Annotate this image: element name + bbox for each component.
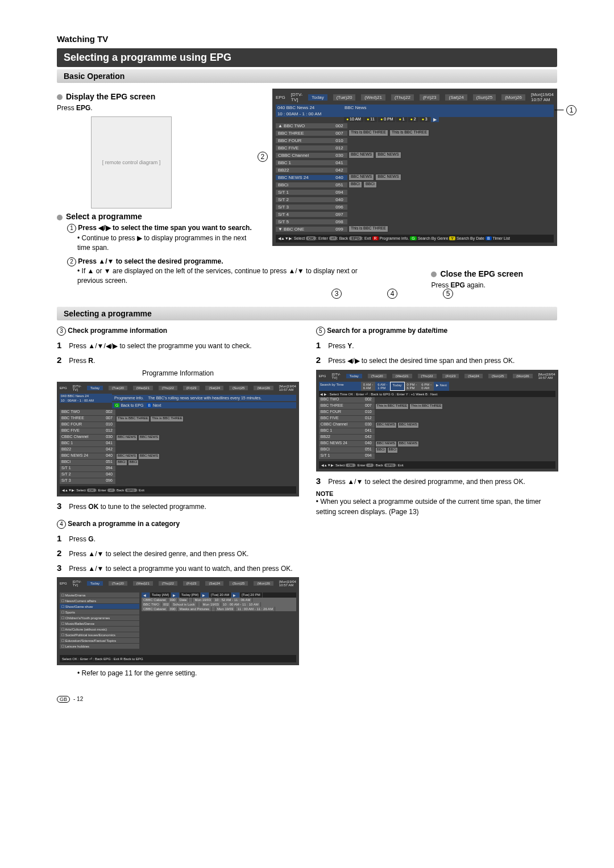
- genre-item[interactable]: ☐ Music/Ballet/Dance: [60, 621, 139, 626]
- note-label: NOTE: [316, 490, 558, 497]
- prog-info-caption: Programme Information: [57, 369, 299, 378]
- epg-channel-row[interactable]: BBC FOUR010: [276, 137, 554, 144]
- callout-2: 2: [258, 151, 268, 162]
- day-tab[interactable]: (Sat)24: [445, 94, 467, 101]
- display-epg-heading: Display the EPG screen: [57, 92, 261, 101]
- sec4-step1: 1 Press G.: [57, 532, 299, 545]
- day-tab[interactable]: Today: [308, 94, 327, 101]
- day-tab[interactable]: (Fri)23: [420, 94, 440, 101]
- close-epg-heading: Close the EPG screen: [431, 269, 523, 278]
- epg-channel-row[interactable]: CBBC Channel030BBC NEWSBBC NEWS: [276, 152, 554, 158]
- note-body: • When you select a programme outside of…: [316, 497, 558, 517]
- epg-channel-row[interactable]: S/T 2040: [276, 196, 554, 203]
- epg-help-bar: ◀▲▼▶: Select OK: Enter ⏎: Back EPG: Exit…: [276, 235, 554, 243]
- section-title: Watching TV: [57, 34, 557, 44]
- epg-programme-info-screen: EPG[DTV-TV] Today (Tue)20 (Wed)21 (Thu)2…: [57, 382, 299, 496]
- day-tab[interactable]: (Mon)26: [501, 94, 525, 101]
- remote-illustration: [ remote control diagram ]: [91, 116, 172, 208]
- select-programme-heading: Select a programme: [57, 212, 261, 221]
- step-1: 1 Press ◀/▶ to select the time span you …: [67, 223, 261, 233]
- epg-channel-row[interactable]: BB22042: [276, 166, 554, 173]
- selecting-programme-bar: Selecting a programme: [57, 307, 557, 320]
- epg-channel-row[interactable]: S/T 3096: [276, 203, 554, 210]
- genre-item[interactable]: ☐ Leisure hobbies: [60, 644, 139, 649]
- genre-item[interactable]: ☐ News/Current affairs: [60, 598, 139, 603]
- basic-operation-bar: Basic Operation: [57, 69, 557, 83]
- day-tab[interactable]: (Wed)21: [361, 94, 385, 101]
- step-2-bullet: • If ▲ or ▼ are displayed on the left of…: [77, 266, 373, 286]
- close-epg-body: Press EPG again.: [431, 281, 523, 290]
- epg-channel-row[interactable]: ▼ BBC ONE099This is BBC THREE: [276, 226, 554, 232]
- sec4-step3: 3 Press ▲/▼ to select a programme you wa…: [57, 562, 299, 574]
- sec3-heading: 3 Check programme information: [57, 326, 299, 336]
- step-2: 2 Press ▲/▼ to select the desired progra…: [67, 257, 261, 266]
- epg-channel-row[interactable]: S/T 1094: [276, 189, 554, 195]
- epg-genre-screen: EPG[DTV-TV] Today (Tue)20 (Wed)21 (Thu)2…: [57, 577, 299, 665]
- genre-item[interactable]: ☐ Arts/Culture (without music): [60, 627, 139, 632]
- genre-item[interactable]: ☐ Children's/Youth programmes: [60, 615, 139, 620]
- epg-channel-row[interactable]: BBC THREE007This is BBC THREEThis is BBC…: [276, 130, 554, 136]
- epg-channel-row[interactable]: BBC NEWS 24040BBC NEWSBBC NEWS: [276, 174, 554, 181]
- sec5-step2: 2 Press ◀/▶ to select the desired time s…: [316, 354, 558, 366]
- sec5-step3: 3 Press ▲/▼ to select the desired progra…: [316, 475, 558, 487]
- sec5-heading: 5 Search for a programme by date/time: [316, 326, 558, 336]
- sec4-heading: 4 Search a programme in a category: [57, 519, 299, 529]
- page-footer: GB- 12: [57, 696, 557, 703]
- sec5-step1: 1 Press Y.: [316, 339, 558, 352]
- genre-item[interactable]: ☐ Show/Game show: [60, 604, 139, 609]
- main-title-bar: Selecting a programme using EPG: [57, 48, 557, 67]
- epg-main-screen: EPG [DTV-TV] Today (Tue)20 (Wed)21 (Thu)…: [272, 89, 557, 246]
- sec3-step1: 1 Press ▲/▼/◀/▶ to select the programme …: [57, 339, 299, 352]
- epg-channel-row[interactable]: BBCi051BBCiBBCi: [276, 181, 554, 188]
- day-tab[interactable]: (Thu)22: [391, 94, 414, 101]
- genre-item[interactable]: ☐ Social/Political issues/Economics: [60, 632, 139, 637]
- epg-channel-row[interactable]: S/T 4097: [276, 211, 554, 218]
- step-1-bullet: • Continue to press ▶ to display program…: [77, 233, 261, 253]
- callout-1: — 1: [555, 105, 576, 115]
- epg-channel-row[interactable]: S/T 5098: [276, 218, 554, 225]
- epg-time-search-screen: EPG[DTV-TV] Today (Tue)20 (Wed)21 (Thu)2…: [316, 370, 558, 471]
- epg-channel-row[interactable]: BBC 1041: [276, 159, 554, 166]
- sec4-step2: 2 Press ▲/▼ to select the desired genre,…: [57, 547, 299, 560]
- epg-channel-row[interactable]: ▲ BBC TWO002: [276, 122, 554, 129]
- genre-item[interactable]: ☐ Movie/Drama: [60, 592, 139, 598]
- sec4-note: • Refer to page 11 for the genre setting…: [77, 669, 299, 678]
- sec3-step2: 2 Press R.: [57, 354, 299, 366]
- epg-channel-row[interactable]: BBC FIVE012: [276, 144, 554, 151]
- day-tab[interactable]: (Sun)25: [473, 94, 496, 101]
- genre-item[interactable]: ☐ Sports: [60, 610, 139, 615]
- genre-item[interactable]: ☐ Education/Science/Factual Topics: [60, 638, 139, 643]
- press-epg-text: Press EPG.: [57, 103, 261, 113]
- day-tab[interactable]: (Tue)20: [333, 94, 356, 101]
- sec3-step3: 3 Press OK to tune to the selected progr…: [57, 500, 299, 512]
